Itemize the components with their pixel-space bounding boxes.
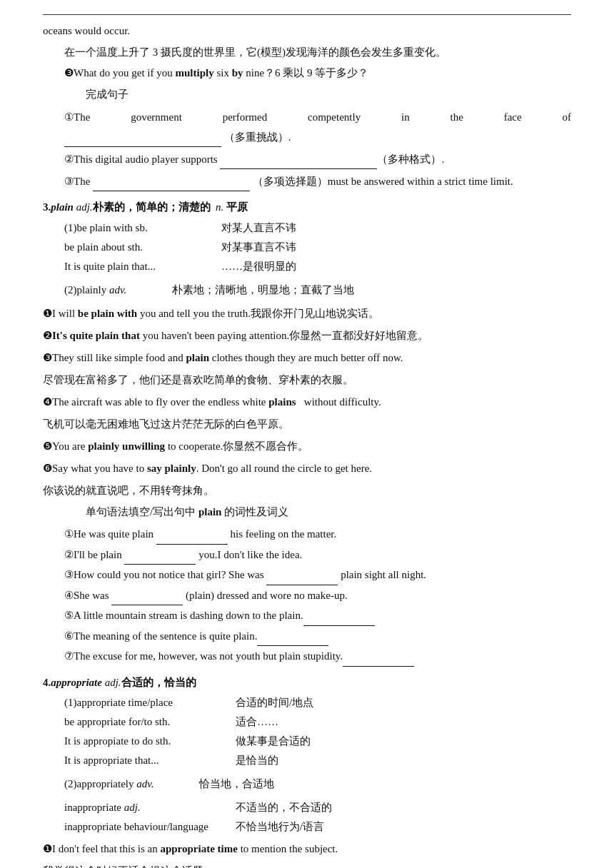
ap-row-2: be appropriate for/to sth. 适合…… [64, 712, 571, 732]
ap-row-1: (1)appropriate time/place 合适的时间/地点 [64, 693, 571, 712]
fill-5: ⑤A little mountain stream is dashing dow… [64, 605, 571, 626]
plain-ex3: ❸They still like simple food and plain c… [43, 348, 571, 368]
plain-ex4: ❹The aircraft was able to fly over the e… [43, 393, 571, 412]
s1-label: ①The [64, 106, 90, 128]
s2-blank [220, 158, 377, 169]
fill-6: ⑥The meaning of the sentence is quite pl… [64, 626, 571, 647]
fill-1: ①He was quite plain his feeling on the m… [64, 524, 571, 545]
fill-2: ②I'll be plain you.I don't like the idea… [64, 545, 571, 565]
plain-ex1: ❶I will be plain with you and tell you t… [43, 304, 571, 323]
intro-line: oceans would occur. [43, 22, 571, 41]
fill-4: ④She was (plain) dressed and wore no mak… [64, 585, 571, 606]
inad-row-1: inappropriate adj. 不适当的，不合适的 [64, 798, 571, 817]
fill-3: ③How could you not notice that girl? She… [64, 565, 571, 585]
sentence-1: ①The government performed competently in… [64, 106, 571, 147]
plain-ex6-cn: 你该说的就直说吧，不用转弯抹角。 [43, 481, 571, 500]
plain-phrases: (1)be plain with sb. 对某人直言不讳 be plain ab… [64, 218, 571, 276]
plain-ex4-cn: 飞机可以毫无困难地飞过这片茫茫无际的白色平原。 [43, 415, 571, 434]
plain-ex2: ❷It's quite plain that you haven't been … [43, 326, 571, 345]
appropriate-phrases: (1)appropriate time/place 合适的时间/地点 be ap… [64, 693, 571, 770]
phrase-row-1: (1)be plain with sb. 对某人直言不讳 [64, 218, 571, 238]
fill-instruction: 单句语法填空/写出句中 plain 的词性及词义 [86, 503, 571, 522]
intro-text: oceans would occur. [43, 25, 130, 36]
sentence-2: ②This digital audio player supports （多种格… [64, 150, 571, 169]
s3-blank [93, 181, 250, 191]
inad-row-2: inappropriate behaviour/language 不恰当地行为/… [64, 817, 571, 837]
top-divider [43, 14, 571, 15]
ap-row-4: It is appropriate that... 是恰当的 [64, 751, 571, 770]
fill-7: ⑦The excuse for me, however, was not you… [64, 646, 571, 667]
sentence-3: ③The （多项选择题）must be answered within a st… [64, 172, 571, 191]
plain-ex6: ❻Say what you have to say plainly. Don't… [43, 459, 571, 478]
ap-ex1-cn: 我觉得这个时候不适合提这个话题。 [43, 862, 571, 868]
ap-ex1: ❶I don't feel that this is an appropriat… [43, 839, 571, 859]
entry3-title: 3.plain adj.朴素的，简单的；清楚的 n. 平原 [43, 198, 571, 217]
q3-line: ❸What do you get if you multiply six by … [64, 64, 571, 83]
cn-line1: 在一个温度上升了 3 摄氏度的世界里，它(模型)发现海洋的颜色会发生多重变化。 [64, 44, 571, 62]
ap-row-3: It is appropiate to do sth. 做某事是合适的 [64, 732, 571, 751]
plain-ex5: ❺You are plainly unwilling to cooperate.… [43, 437, 571, 456]
appropriately-adv: (2)appropriately adv. 恰当地，合适地 [64, 774, 571, 794]
complete-sentence-label: 完成句子 [86, 86, 571, 104]
inappropriate-row: inappropriate adj. 不适当的，不合适的 inappropria… [64, 798, 571, 837]
entry4-title: 4.appropriate adj.合适的，恰当的 [43, 674, 571, 692]
plain-ex3-cn: 尽管现在富裕多了，他们还是喜欢吃简单的食物、穿朴素的衣服。 [43, 370, 571, 390]
phrase-row-3: It is quite plain that... ……是很明显的 [64, 257, 571, 276]
plainly-adv: (2)plainly adv. 朴素地；清晰地，明显地；直截了当地 [64, 281, 571, 300]
phrase-row-2: be plain about sth. 对某事直言不讳 [64, 238, 571, 257]
fill-sentences: ①He was quite plain his feeling on the m… [64, 524, 571, 667]
s1-blank [64, 136, 221, 147]
